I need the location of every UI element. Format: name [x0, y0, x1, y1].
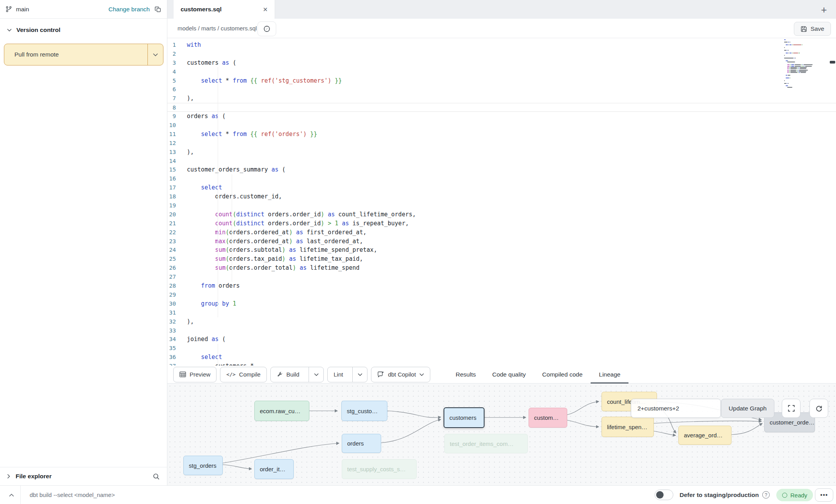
lint-button[interactable]: Lint: [328, 367, 349, 382]
code-line[interactable]: 9orders as (: [167, 112, 836, 121]
code-line[interactable]: 35: [167, 344, 836, 353]
chevron-down-icon: [358, 373, 362, 376]
build-button[interactable]: Build: [271, 367, 305, 382]
table-icon: [179, 371, 186, 377]
code-line[interactable]: 25 sum(orders.tax_paid) as lifetime_tax_…: [167, 255, 836, 263]
code-line[interactable]: 6: [167, 85, 836, 94]
lineage-node-orders[interactable]: orders: [342, 434, 381, 453]
lineage-node-test-supply-costs[interactable]: test_supply_costs_s…: [342, 459, 417, 479]
line-number: 37: [167, 362, 187, 366]
command-input[interactable]: dbt build --select <model_name>: [30, 486, 115, 504]
code-line[interactable]: 32),: [167, 317, 836, 326]
code-line[interactable]: 19: [167, 201, 836, 210]
scrollbar-thumb[interactable]: [830, 61, 835, 64]
compile-button[interactable]: </> Compile: [220, 367, 267, 382]
update-graph-button[interactable]: Update Graph: [721, 399, 774, 418]
open-lineage-button[interactable]: [257, 21, 276, 36]
lineage-search-input[interactable]: [631, 399, 721, 418]
lineage-node-stg-orders[interactable]: stg_orders: [183, 456, 223, 475]
code-line[interactable]: 16: [167, 174, 836, 183]
code-line[interactable]: 18 orders.customer_id,: [167, 192, 836, 201]
pull-from-remote-button[interactable]: Pull from remote: [4, 44, 163, 65]
code-line[interactable]: 30 group by 1: [167, 299, 836, 308]
copilot-chat-icon: [377, 371, 384, 378]
build-options-chevron[interactable]: [309, 367, 323, 382]
lineage-node-test-order-items[interactable]: test_order_items_com…: [444, 434, 528, 453]
more-options-button[interactable]: •••: [815, 488, 833, 502]
code-line[interactable]: 8: [167, 103, 836, 112]
lint-options-chevron[interactable]: [352, 367, 367, 382]
code-line[interactable]: 2: [167, 50, 836, 58]
tab-customers-sql[interactable]: customers.sql ×: [174, 0, 275, 19]
lineage-node-order-items[interactable]: order_it…: [254, 459, 294, 479]
lineage-node-customers-semantic[interactable]: custom…: [529, 408, 567, 428]
code-line[interactable]: 10: [167, 121, 836, 130]
defer-toggle[interactable]: [655, 490, 673, 500]
code-line[interactable]: 11 select * from {{ ref('orders') }}: [167, 130, 836, 139]
minimap[interactable]: [784, 39, 818, 90]
results-panel-tabs: Results Code quality Compiled code Linea…: [447, 366, 628, 384]
code-line[interactable]: 27: [167, 272, 836, 281]
code-line[interactable]: 17 select: [167, 183, 836, 192]
code-line[interactable]: 26 sum(orders.order_total) as lifetime_s…: [167, 263, 836, 272]
lineage-node-customers[interactable]: customers: [444, 407, 485, 428]
code-line[interactable]: 3customers as (: [167, 58, 836, 67]
code-line[interactable]: 7),: [167, 94, 836, 103]
code-line[interactable]: 22 min(orders.ordered_at) as first_order…: [167, 228, 836, 237]
code-lines: 1with23customers as (45 select * from {{…: [167, 41, 836, 366]
code-line[interactable]: 20 count(distinct orders.order_id) as co…: [167, 210, 836, 219]
close-icon[interactable]: ×: [263, 5, 268, 13]
code-line[interactable]: 29: [167, 290, 836, 299]
code-line[interactable]: 37 customers.*,: [167, 362, 836, 366]
save-button[interactable]: Save: [794, 22, 831, 36]
version-control-header[interactable]: Version control: [0, 19, 167, 39]
code-line[interactable]: 34joined as (: [167, 335, 836, 344]
code-editor[interactable]: 1with23customers as (45 select * from {{…: [167, 38, 836, 366]
fullscreen-button[interactable]: [782, 399, 801, 418]
new-tab-button[interactable]: +: [817, 3, 831, 16]
code-line[interactable]: 31: [167, 308, 836, 317]
code-text: [187, 174, 836, 183]
tab-compiled-code[interactable]: Compiled code: [534, 366, 591, 384]
code-text: [187, 326, 836, 335]
lineage-panel[interactable]: Update Graph ecom.raw_cu…stg_custo…custo…: [167, 384, 836, 485]
file-explorer-header[interactable]: File explorer: [0, 467, 167, 485]
line-number: 32: [167, 317, 187, 326]
help-icon[interactable]: ?: [762, 491, 770, 499]
lineage-node-average-order[interactable]: average_ord…: [678, 426, 731, 445]
dbt-copilot-button[interactable]: dbt Copilot: [371, 367, 430, 382]
version-control-label: Version control: [16, 27, 60, 34]
change-branch-link[interactable]: Change branch: [108, 6, 150, 13]
code-line[interactable]: 13),: [167, 148, 836, 157]
node-label: stg_orders: [189, 462, 217, 469]
lineage-node-stg-customers[interactable]: stg_custo…: [341, 401, 387, 421]
code-line[interactable]: 5 select * from {{ ref('stg_customers') …: [167, 76, 836, 85]
code-line[interactable]: 21 count(distinct orders.order_id) > 1 a…: [167, 219, 836, 228]
preview-button[interactable]: Preview: [173, 367, 217, 382]
code-line[interactable]: 24 sum(orders.subtotal) as lifetime_spen…: [167, 246, 836, 255]
code-line[interactable]: 33: [167, 326, 836, 335]
pull-options-chevron[interactable]: [147, 44, 163, 65]
lineage-node-lifetime-spend[interactable]: lifetime_spen…: [602, 417, 654, 437]
copy-icon[interactable]: [154, 6, 162, 13]
code-line[interactable]: 28 from orders: [167, 281, 836, 290]
sidebar: main Change branch Version control Pull …: [0, 0, 167, 485]
code-line[interactable]: 14: [167, 157, 836, 166]
tab-code-quality[interactable]: Code quality: [484, 366, 534, 384]
code-text: count(distinct orders.order_id) as count…: [187, 210, 836, 219]
current-branch[interactable]: main: [5, 6, 29, 13]
search-icon[interactable]: [153, 473, 160, 480]
tab-lineage[interactable]: Lineage: [591, 366, 628, 384]
code-line[interactable]: 15customer_orders_summary as (: [167, 165, 836, 174]
code-line[interactable]: 36 select: [167, 353, 836, 362]
code-line[interactable]: 1with: [167, 41, 836, 50]
code-line[interactable]: 4: [167, 67, 836, 76]
refresh-button[interactable]: [809, 399, 828, 418]
code-line[interactable]: 12: [167, 139, 836, 148]
tab-results[interactable]: Results: [447, 366, 484, 384]
code-line[interactable]: 23 max(orders.ordered_at) as last_ordere…: [167, 237, 836, 246]
lineage-edge: [654, 431, 676, 435]
collapse-command-bar-button[interactable]: [5, 490, 17, 500]
lineage-node-ecom-raw-customers[interactable]: ecom.raw_cu…: [254, 401, 309, 421]
node-label: orders: [347, 440, 364, 447]
